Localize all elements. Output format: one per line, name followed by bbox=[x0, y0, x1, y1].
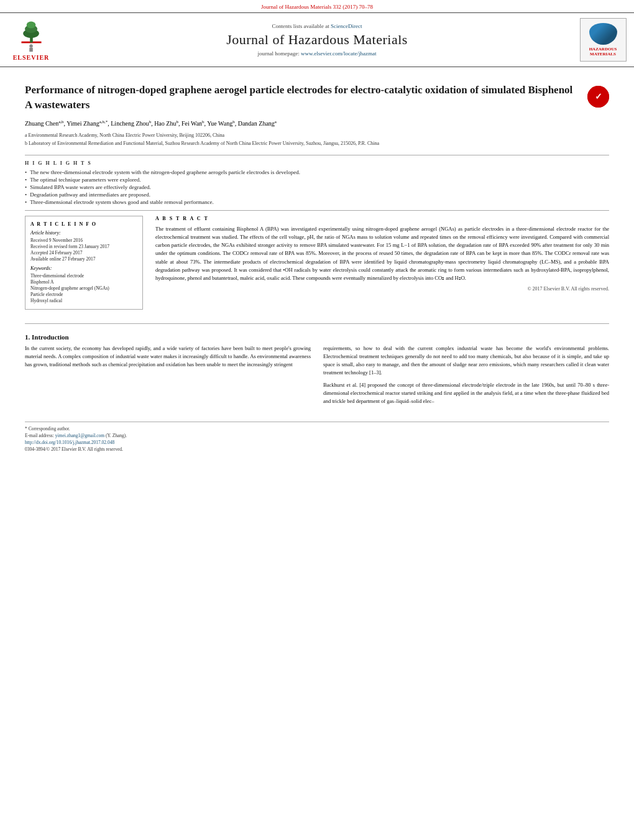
journal-title: Journal of Hazardous Materials bbox=[62, 32, 572, 48]
svg-text:✓: ✓ bbox=[595, 92, 602, 101]
homepage-line: journal homepage: www.elsevier.com/locat… bbox=[62, 50, 572, 57]
bullet-icon: • bbox=[25, 184, 27, 190]
journal-header: ELSEVIER Contents lists available at Sci… bbox=[0, 12, 634, 67]
hazardous-globe-icon bbox=[589, 23, 617, 45]
intro-left-col: In the current society, the economy has … bbox=[25, 344, 311, 409]
bullet-icon: • bbox=[25, 199, 27, 205]
received-date: Received 9 November 2016 bbox=[30, 238, 137, 243]
abstract-col: A B S T R A C T The treatment of effluen… bbox=[155, 216, 609, 316]
highlight-item-4: •Degradation pathway and intermediates a… bbox=[25, 192, 609, 198]
intro-right-col: requirements, so how to deal with the cu… bbox=[323, 344, 609, 409]
doi-line[interactable]: http://dx.doi.org/10.1016/j.jhazmat.2017… bbox=[25, 440, 609, 445]
bullet-icon: • bbox=[25, 192, 27, 198]
affiliations: a Environmental Research Academy, North … bbox=[25, 132, 609, 147]
keywords-label: Keywords: bbox=[30, 265, 137, 271]
article-info-col: A R T I C L E I N F O Article history: R… bbox=[25, 216, 143, 316]
highlight-item-1: •The new three-dimensional electrode sys… bbox=[25, 169, 609, 175]
article-info-box: A R T I C L E I N F O Article history: R… bbox=[25, 216, 143, 310]
affiliation-a: a Environmental Research Academy, North … bbox=[25, 132, 609, 139]
highlight-item-3: •Simulated BPA waste waters are effectiv… bbox=[25, 184, 609, 190]
copyright-line: © 2017 Elsevier B.V. All rights reserved… bbox=[155, 286, 609, 292]
abstract-section: A B S T R A C T The treatment of effluen… bbox=[155, 216, 609, 292]
intro-right-text-2: Backhurst et al. [4] proposed the concep… bbox=[323, 382, 609, 404]
highlight-text-2: The optimal technique parameters were ex… bbox=[30, 177, 140, 183]
affiliation-b: b Laboratory of Environmental Remediatio… bbox=[25, 140, 609, 147]
article-info-abstract-section: A R T I C L E I N F O Article history: R… bbox=[25, 216, 609, 316]
intro-right-text-1: requirements, so how to deal with the cu… bbox=[323, 345, 609, 376]
page: Journal of Hazardous Materials 332 (2017… bbox=[0, 0, 634, 840]
received-revised-date: Received in revised form 23 January 2017 bbox=[30, 244, 137, 249]
svg-rect-6 bbox=[29, 48, 33, 52]
keyword-4: Particle electrode bbox=[30, 292, 137, 297]
divider-1 bbox=[25, 155, 609, 155]
issn-line: 0304-3894/© 2017 Elsevier B.V. All right… bbox=[25, 446, 609, 452]
homepage-link[interactable]: www.elsevier.com/locate/jhazmat bbox=[301, 50, 376, 57]
article-title-section: Performance of nitrogen-doped graphene a… bbox=[25, 76, 609, 113]
intro-para-3: Backhurst et al. [4] proposed the concep… bbox=[323, 381, 609, 406]
authors-line: Zhuang Chena,b, Yimei Zhanga,b,*, Linche… bbox=[25, 119, 609, 129]
journal-reference-bar: Journal of Hazardous Materials 332 (2017… bbox=[0, 0, 634, 12]
doi-text: http://dx.doi.org/10.1016/j.jhazmat.2017… bbox=[25, 440, 114, 445]
crossmark-icon[interactable]: ✓ bbox=[587, 86, 609, 108]
keyword-3: Nitrogen-doped graphene aerogel (NGAs) bbox=[30, 285, 137, 291]
abstract-label: A B S T R A C T bbox=[155, 216, 609, 221]
keyword-5: Hydroxyl radical bbox=[30, 298, 137, 303]
divider-2 bbox=[25, 210, 609, 211]
introduction-title: 1. Introduction bbox=[25, 333, 609, 341]
sciencedirect-link[interactable]: ScienceDirect bbox=[331, 23, 362, 29]
highlight-text-5: Three-dimensional electrode system shows… bbox=[30, 199, 214, 205]
elsevier-logo: ELSEVIER bbox=[6, 19, 56, 61]
svg-point-4 bbox=[26, 22, 35, 29]
email-note: E-mail address: yimei.zhang1@gmail.com (… bbox=[25, 433, 609, 438]
introduction-section: 1. Introduction In the current society, … bbox=[25, 333, 609, 409]
footer-area: * Corresponding author. E-mail address: … bbox=[25, 422, 609, 452]
keyword-2: Bisphenol A bbox=[30, 279, 137, 285]
introduction-two-col: In the current society, the economy has … bbox=[25, 344, 609, 409]
highlights-list: •The new three-dimensional electrode sys… bbox=[25, 169, 609, 205]
contents-available-line: Contents lists available at ScienceDirec… bbox=[62, 23, 572, 29]
intro-para-1: In the current society, the economy has … bbox=[25, 344, 311, 369]
accepted-date: Accepted 24 February 2017 bbox=[30, 250, 137, 256]
highlight-text-1: The new three-dimensional electrode syst… bbox=[30, 169, 300, 175]
highlight-text-4: Degradation pathway and intermediates ar… bbox=[30, 192, 150, 198]
bullet-icon: • bbox=[25, 169, 27, 175]
keyword-1: Three-dimensional electrode bbox=[30, 273, 137, 279]
corresponding-note: * Corresponding author. bbox=[25, 426, 609, 432]
hazardous-label: HAZARDOUSMATERIALS bbox=[589, 47, 617, 57]
highlight-text-3: Simulated BPA waste waters are effective… bbox=[30, 184, 151, 190]
highlight-item-2: •The optimal technique parameters were e… bbox=[25, 177, 609, 183]
elsevier-text: ELSEVIER bbox=[13, 54, 50, 61]
email-link[interactable]: yimei.zhang1@gmail.com bbox=[55, 433, 104, 438]
hazardous-logo: HAZARDOUSMATERIALS bbox=[578, 18, 628, 62]
article-info-label: A R T I C L E I N F O bbox=[30, 221, 137, 227]
bullet-icon: • bbox=[25, 177, 27, 183]
journal-center: Contents lists available at ScienceDirec… bbox=[62, 23, 572, 57]
elsevier-tree-icon bbox=[14, 19, 48, 53]
crossmark-badge[interactable]: ✓ bbox=[587, 86, 609, 108]
journal-reference-text: Journal of Hazardous Materials 332 (2017… bbox=[261, 4, 373, 10]
highlights-label: H I G H L I G H T S bbox=[25, 160, 609, 166]
hazardous-box: HAZARDOUSMATERIALS bbox=[580, 18, 627, 62]
divider-3 bbox=[25, 323, 609, 324]
history-label: Article history: bbox=[30, 230, 137, 236]
highlights-section: H I G H L I G H T S •The new three-dimen… bbox=[25, 160, 609, 205]
intro-para-2: requirements, so how to deal with the cu… bbox=[323, 344, 609, 377]
available-online-date: Available online 27 February 2017 bbox=[30, 256, 137, 262]
main-content: Performance of nitrogen-doped graphene a… bbox=[0, 67, 634, 461]
abstract-text: The treatment of effluent containing Bis… bbox=[155, 225, 609, 282]
article-title: Performance of nitrogen-doped graphene a… bbox=[25, 83, 587, 113]
svg-point-5 bbox=[29, 44, 33, 48]
highlight-item-5: •Three-dimensional electrode system show… bbox=[25, 199, 609, 205]
